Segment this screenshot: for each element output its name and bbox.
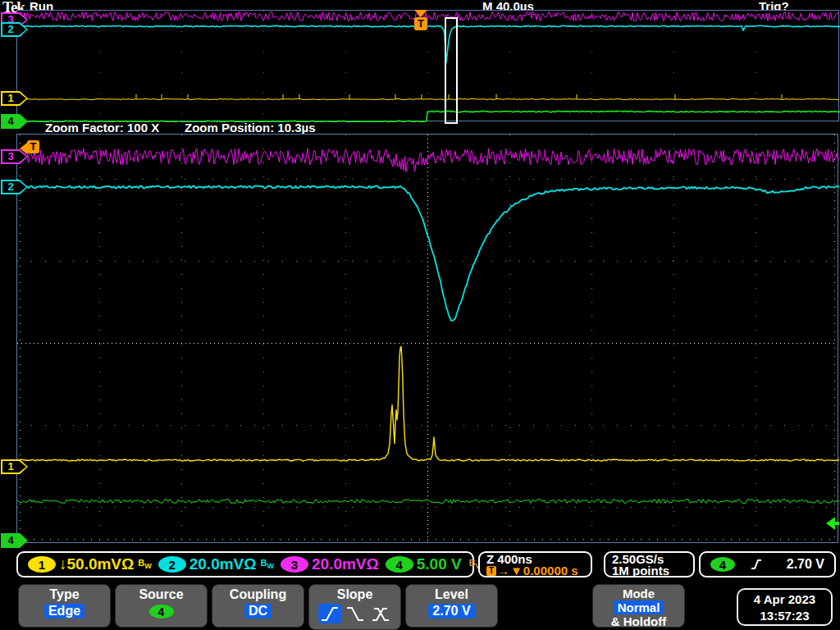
menu-mode-button[interactable]: Mode Normal & Holdoff [592, 584, 685, 628]
ch4-scale: 5.00 V [417, 555, 462, 573]
either-slope-icon[interactable] [369, 604, 392, 623]
zoom-waveforms [17, 135, 839, 544]
ch1-badge: 1 [28, 556, 56, 573]
mode-value: Normal [614, 600, 664, 614]
level-value: 2.70 V [428, 604, 474, 619]
ch1-scale: ↓50.0mVΩ [59, 555, 134, 573]
menu-coupling-button[interactable]: Coupling DC [212, 584, 304, 628]
overview-waveforms [17, 11, 840, 122]
zoom-position-readout: Zoom Position: 10.3µs [185, 121, 316, 135]
trigger-flag-t-icon[interactable]: T [27, 140, 39, 153]
main-ch3-marker[interactable]: 3 [1, 149, 28, 164]
rising-slope-icon[interactable] [318, 604, 341, 623]
overview-ch2-marker[interactable]: 2 [1, 22, 28, 37]
source-channel-badge: 4 [149, 605, 174, 619]
zoom-scale-readout: Z 400ns T→▼0.00000 s [478, 551, 592, 578]
zoom-factor-readout: Zoom Factor: 100 X [45, 121, 159, 135]
date: 4 Apr 2023 [738, 591, 831, 608]
type-value: Edge [44, 604, 84, 619]
trigger-source-badge: 4 [710, 557, 735, 572]
overview-ch1-marker[interactable]: 1 [1, 91, 28, 106]
ch3-badge: 3 [281, 556, 308, 573]
main-ch4-marker[interactable]: 4 [1, 533, 28, 548]
ch2-bandwidth-icon: BW [261, 559, 274, 570]
coupling-value: DC [244, 604, 272, 619]
ch2-scale: 20.0mVΩ [189, 555, 257, 573]
menu-level-button[interactable]: Level 2.70 V [405, 584, 498, 628]
menu-source-button[interactable]: Source 4 [115, 584, 208, 628]
trigger-position-readout: T→▼0.00000 s [486, 565, 584, 577]
trigger-readout: 4 2.70 V [699, 551, 836, 578]
ch3-scale: 20.0mVΩ [312, 555, 379, 573]
overview-window [16, 10, 839, 121]
main-ch2-marker[interactable]: 2 [1, 180, 28, 194]
zoom-waveform-window [16, 134, 838, 543]
channel-scale-readouts: 1 ↓50.0mVΩ BW 2 20.0mVΩ BW 3 20.0mVΩ 4 5… [16, 551, 474, 578]
ch2-badge: 2 [158, 556, 186, 573]
overview-ch4-marker[interactable]: 4 [1, 114, 28, 129]
trigger-t-icon: T [486, 566, 496, 576]
trigger-position-icon[interactable] [414, 10, 427, 17]
mode-extra: & Holdoff [593, 614, 684, 628]
menu-type-button[interactable]: Type Edge [18, 584, 111, 628]
main-ch1-marker[interactable]: 1 [1, 459, 28, 474]
falling-slope-icon[interactable] [344, 604, 367, 623]
zoom-window-marker[interactable] [445, 17, 458, 124]
menu-slope-button[interactable]: Slope [308, 584, 401, 630]
acquisition-readout: 2.50GS/s 1M points [604, 551, 695, 578]
trigger-t-icon[interactable]: T [414, 17, 427, 30]
oscilloscope-screen: Tek Run M 40.0µs Trig? T 3 2 1 4 Zoom Fa… [0, 0, 840, 630]
rising-edge-icon [750, 558, 763, 571]
record-length: 1M points [612, 565, 687, 577]
ch4-badge: 4 [386, 556, 413, 573]
ch1-bandwidth-icon: BW [138, 559, 151, 570]
trigger-level-value: 2.70 V [787, 557, 824, 572]
time: 13:57:23 [738, 608, 831, 624]
datetime-display: 4 Apr 2023 13:57:23 [737, 588, 833, 626]
